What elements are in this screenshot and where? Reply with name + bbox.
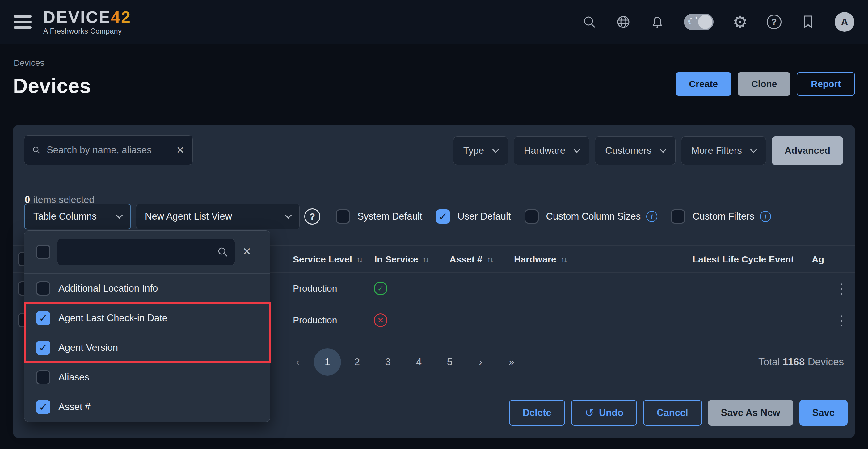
custom-filters-option[interactable]: Custom Filters i	[671, 210, 771, 224]
column-checkbox[interactable]: ✓	[36, 400, 50, 414]
sort-icon[interactable]: ↑↓	[423, 255, 428, 264]
col-hardware[interactable]: Hardware↑↓	[514, 246, 566, 273]
customers-filter-dropdown[interactable]: Customers	[595, 136, 676, 165]
save-as-new-button[interactable]: Save As New	[708, 400, 793, 425]
clone-button[interactable]: Clone	[738, 72, 790, 96]
chevron-down-icon	[574, 146, 580, 153]
user-default-checkbox[interactable]: ✓	[436, 210, 450, 224]
columns-search-input[interactable]	[64, 247, 217, 257]
table-columns-dropdown-panel: ✕ Additional Location Info ✓ Agent Last …	[24, 230, 270, 422]
view-options: System Default ✓ User Default Custom Col…	[336, 204, 771, 229]
type-filter-dropdown[interactable]: Type	[453, 136, 508, 165]
undo-button[interactable]: ↺ Undo	[571, 400, 637, 425]
close-panel-icon[interactable]: ✕	[243, 246, 251, 257]
hardware-filter-dropdown[interactable]: Hardware	[514, 136, 589, 165]
clear-search-icon[interactable]: ✕	[176, 145, 184, 155]
custom-column-sizes-checkbox[interactable]	[525, 210, 539, 224]
user-avatar[interactable]: A	[835, 12, 855, 32]
pagination: ‹ 1 2 3 4 5 › »	[291, 348, 518, 376]
page-1-active[interactable]: 1	[314, 348, 341, 376]
page-2[interactable]: 2	[350, 356, 364, 368]
brand-name: DEVICE	[43, 9, 111, 25]
service-level-cell: Production	[293, 283, 337, 294]
report-button[interactable]: Report	[797, 72, 855, 96]
advanced-button[interactable]: Advanced	[772, 136, 843, 165]
chevron-down-icon	[285, 212, 291, 218]
column-option-additional-location-info[interactable]: Additional Location Info	[24, 274, 270, 303]
page-title: Devices	[13, 74, 91, 98]
footer-actions: Delete ↺ Undo Cancel Save As New Save	[509, 400, 847, 425]
col-agent-truncated[interactable]: Ag	[812, 246, 824, 273]
notifications-bell-icon[interactable]	[650, 14, 665, 29]
search-icon	[32, 145, 40, 155]
col-service-level[interactable]: Service Level↑↓	[293, 246, 362, 273]
column-checkbox[interactable]: ✓	[36, 311, 50, 325]
chevron-down-icon	[492, 146, 499, 153]
toggle-knob	[698, 15, 712, 29]
page-4[interactable]: 4	[412, 356, 426, 368]
view-bar: Table Columns New Agent List View ? Syst…	[13, 204, 855, 229]
nav-icons: ☾ ✦ ⚙ ? A	[582, 12, 855, 32]
col-in-service[interactable]: In Service↑↓	[374, 246, 428, 273]
page-last[interactable]: »	[505, 356, 518, 368]
page-prev[interactable]: ‹	[291, 356, 305, 368]
column-option-agent-last-check-in-date[interactable]: ✓ Agent Last Check-in Date	[24, 303, 270, 333]
column-checkbox[interactable]: ✓	[36, 341, 50, 355]
undo-icon: ↺	[585, 406, 594, 419]
row-actions-icon[interactable]: ⋮	[835, 313, 848, 328]
column-option-aliases[interactable]: Aliases	[24, 362, 270, 392]
sparkle-icon: ✦	[694, 15, 698, 21]
save-button[interactable]: Save	[799, 400, 847, 425]
brand-logo[interactable]: DEVICE42 A Freshworks Company	[43, 9, 131, 35]
brand-tagline: A Freshworks Company	[43, 27, 131, 35]
brand-suffix: 42	[111, 9, 131, 25]
custom-column-sizes-option[interactable]: Custom Column Sizes i	[525, 210, 658, 224]
search-icon[interactable]	[582, 14, 597, 29]
help-icon[interactable]: ?	[767, 14, 781, 29]
sort-icon[interactable]: ↑↓	[487, 255, 493, 264]
column-option-agent-version[interactable]: ✓ Agent Version	[24, 333, 270, 362]
info-icon[interactable]: i	[760, 211, 771, 222]
sort-icon[interactable]: ↑↓	[561, 255, 566, 264]
top-navbar: DEVICE42 A Freshworks Company	[0, 0, 868, 44]
total-devices: Total 1168 Devices	[758, 356, 844, 368]
custom-filters-checkbox[interactable]	[671, 210, 685, 224]
device-search-box: ✕	[24, 135, 193, 165]
system-default-option[interactable]: System Default	[336, 210, 422, 224]
more-filters-dropdown[interactable]: More Filters	[681, 136, 766, 165]
column-option-asset-number[interactable]: ✓ Asset #	[24, 392, 270, 422]
column-checkbox[interactable]	[36, 281, 50, 295]
sort-icon[interactable]: ↑↓	[356, 255, 362, 264]
page-3[interactable]: 3	[381, 356, 395, 368]
device42-app: DEVICE42 A Freshworks Company	[0, 0, 868, 449]
globe-icon[interactable]	[616, 14, 631, 29]
breadcrumb[interactable]: Devices	[13, 58, 44, 68]
delete-button[interactable]: Delete	[509, 400, 565, 425]
view-name-select[interactable]: New Agent List View	[136, 204, 300, 229]
page-next[interactable]: ›	[474, 356, 488, 368]
in-service-no-icon: ✕	[374, 314, 388, 327]
service-level-cell: Production	[293, 315, 337, 325]
col-latest-life-cycle-event[interactable]: Latest Life Cycle Event	[692, 246, 794, 273]
menu-icon[interactable]	[13, 15, 32, 29]
page-5[interactable]: 5	[443, 356, 457, 368]
row-actions-icon[interactable]: ⋮	[835, 281, 848, 296]
system-default-checkbox[interactable]	[336, 210, 350, 224]
theme-toggle[interactable]: ☾ ✦	[684, 13, 714, 30]
cancel-button[interactable]: Cancel	[643, 400, 702, 425]
info-icon[interactable]: i	[646, 211, 657, 222]
settings-gear-icon[interactable]: ⚙	[733, 14, 747, 29]
view-help-icon[interactable]: ?	[304, 209, 320, 224]
columns-select-all-checkbox[interactable]	[36, 245, 50, 259]
filter-row: Type Hardware Customers More Filters Adv…	[453, 136, 843, 165]
device-search-input[interactable]	[46, 145, 170, 156]
table-columns-select[interactable]: Table Columns	[24, 204, 131, 229]
in-service-yes-icon: ✓	[374, 282, 388, 295]
col-asset-number[interactable]: Asset #↑↓	[450, 246, 493, 273]
column-checkbox[interactable]	[36, 370, 50, 384]
header-buttons: Create Clone Report	[676, 72, 855, 96]
chevron-down-icon	[116, 212, 123, 218]
user-default-option[interactable]: ✓ User Default	[436, 210, 510, 224]
create-button[interactable]: Create	[676, 72, 732, 96]
bookmark-icon[interactable]	[801, 14, 815, 29]
